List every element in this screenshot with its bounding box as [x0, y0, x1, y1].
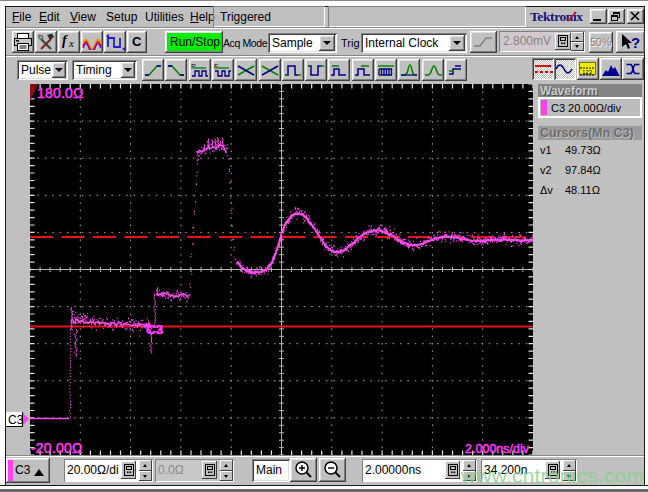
svg-text:180.0Ω: 180.0Ω: [37, 85, 84, 101]
svg-text:P: P: [191, 63, 196, 70]
svg-text:?: ?: [631, 34, 640, 51]
svg-text:-20.00Ω: -20.00Ω: [31, 440, 83, 456]
svg-text:123: 123: [582, 69, 593, 75]
svg-text:2.000ns/div: 2.000ns/div: [465, 442, 530, 456]
svg-text:F: F: [214, 63, 218, 70]
svg-text:C3: C3: [146, 322, 164, 337]
